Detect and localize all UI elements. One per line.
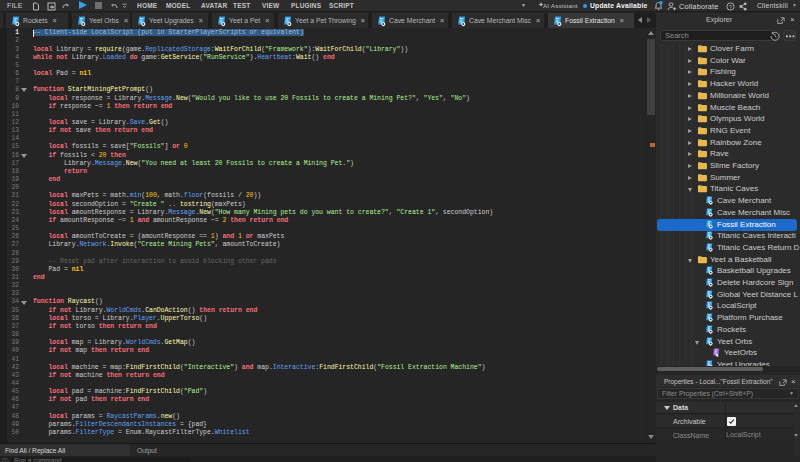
svg-text:?: ? [729,3,732,9]
